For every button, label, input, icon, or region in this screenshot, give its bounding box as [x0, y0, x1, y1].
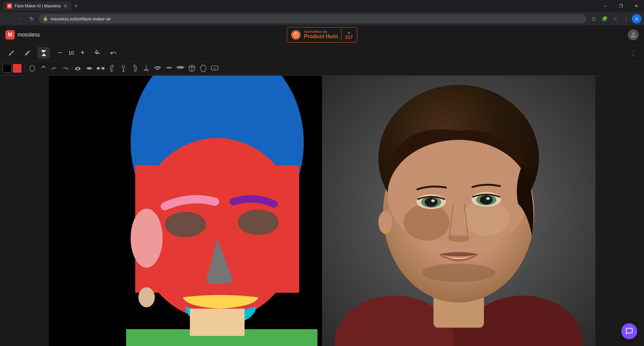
user-avatar[interactable]	[628, 29, 639, 40]
close-btn[interactable]: ✕	[629, 0, 644, 12]
lock-icon: 🔒	[43, 16, 48, 21]
new-tab-btn[interactable]: +	[73, 3, 79, 10]
minimize-btn[interactable]: –	[598, 0, 613, 12]
svg-point-44	[383, 229, 388, 234]
active-tab[interactable]: M Face Maker AI | Massless ✕	[3, 1, 71, 11]
more-options-btn[interactable]: ⋮	[621, 14, 631, 23]
canvas-container	[49, 76, 595, 346]
browser-chrome: M Face Maker AI | Massless ✕ + – ❐ ✕ ← →…	[0, 0, 644, 25]
tab-title: Face Maker AI | Massless	[15, 4, 61, 8]
right-panel	[595, 76, 644, 346]
photo-canvas	[322, 76, 595, 346]
window-controls: – ❐ ✕	[598, 0, 644, 12]
reload-btn[interactable]: ↻	[27, 14, 36, 23]
brush-tool-btn[interactable]	[5, 47, 17, 59]
portrait-svg	[322, 76, 595, 346]
black-color-swatch[interactable]	[3, 64, 11, 73]
nose-btn[interactable]	[141, 63, 151, 73]
svg-point-22	[139, 287, 155, 307]
eye-open-btn[interactable]	[73, 63, 83, 73]
svg-point-7	[122, 66, 125, 68]
ph-divider	[341, 29, 341, 40]
brush-size-value: 10	[67, 50, 75, 56]
hair-shape-btn[interactable]	[39, 63, 49, 73]
svg-point-32	[404, 204, 449, 240]
logo-icon: M	[5, 30, 15, 40]
svg-point-45	[422, 264, 495, 282]
increase-size-btn[interactable]: +	[78, 48, 87, 58]
ph-count-value: 217	[345, 34, 353, 40]
line-tool-btn[interactable]	[38, 47, 50, 59]
ph-vote-count: ▲ 217	[345, 30, 353, 40]
ear-left-btn[interactable]	[107, 63, 117, 73]
pen-tool-btn[interactable]	[21, 47, 34, 59]
lips-open-btn[interactable]	[175, 63, 185, 73]
tab-favicon: M	[7, 3, 12, 9]
ph-featured-label: FEATURED ON	[304, 30, 338, 33]
ph-name: Product Hunt	[304, 33, 338, 40]
back-btn[interactable]: ←	[3, 14, 12, 23]
svg-point-39	[480, 195, 492, 204]
cast-btn[interactable]: ⊡	[589, 14, 598, 23]
bookmark-btn[interactable]: ☆	[610, 14, 620, 23]
red-color-swatch[interactable]	[13, 64, 21, 73]
svg-point-42	[457, 235, 470, 241]
svg-point-17	[131, 209, 163, 268]
eyebrow-left-btn[interactable]	[50, 63, 60, 73]
profile-btn[interactable]: A	[632, 14, 641, 23]
ear-right-btn[interactable]	[130, 63, 140, 73]
fill-tool-btn[interactable]	[91, 47, 103, 59]
bar-right-indicator: ···	[638, 66, 641, 71]
shape-divider	[24, 64, 24, 72]
ear-ring-btn[interactable]	[118, 63, 128, 73]
shape-bar: ···	[0, 61, 644, 76]
toolbar-right: ⋮	[628, 48, 639, 58]
eyes-both-btn[interactable]	[96, 63, 106, 73]
restore-btn[interactable]: ❐	[613, 0, 629, 12]
eye-closed-btn[interactable]	[84, 63, 94, 73]
svg-point-19	[238, 209, 279, 235]
left-panel	[0, 76, 49, 346]
eyebrow-right-btn[interactable]	[61, 63, 71, 73]
main-area	[0, 76, 644, 346]
browser-actions: ⊡ 🧩 ☆ ⋮ A	[589, 14, 641, 23]
face-drawing-svg	[49, 76, 322, 346]
lips-smile-btn[interactable]	[153, 63, 163, 73]
forward-btn[interactable]: →	[15, 14, 24, 23]
tab-bar: M Face Maker AI | Massless ✕ + – ❐ ✕	[0, 0, 644, 12]
extensions-btn[interactable]: 🧩	[600, 14, 609, 23]
logo-text: mossless	[17, 32, 40, 38]
logo-area: M mossless	[5, 30, 40, 40]
ph-text: FEATURED ON Product Hunt	[304, 30, 338, 40]
toolbar: − 10 + ⋮	[0, 44, 644, 61]
svg-point-3	[77, 68, 79, 70]
chat-button[interactable]	[621, 323, 637, 339]
svg-rect-21	[190, 309, 245, 336]
svg-point-4	[88, 67, 90, 69]
svg-point-36	[431, 199, 435, 202]
svg-point-5	[97, 67, 100, 70]
product-hunt-badge[interactable]: FEATURED ON Product Hunt ▲ 217	[287, 27, 357, 43]
lips-neutral-btn[interactable]	[164, 63, 174, 73]
app-header: M mossless FEATURED ON Product Hunt ▲ 21…	[0, 25, 644, 44]
drawing-canvas[interactable]	[49, 76, 322, 346]
head-oval-btn[interactable]	[198, 63, 208, 73]
face-outline-shape-btn[interactable]	[27, 63, 37, 73]
svg-point-40	[486, 197, 490, 200]
svg-point-18	[165, 212, 206, 237]
address-bar[interactable]: 🔒 massless.io/tool/face-maker-ai/	[39, 14, 586, 23]
face-cross-btn[interactable]	[187, 63, 197, 73]
url-text: massless.io/tool/face-maker-ai/	[51, 16, 111, 21]
svg-point-9	[123, 71, 124, 72]
tab-close-btn[interactable]: ✕	[63, 3, 67, 9]
ph-arrow-icon: ▲	[347, 30, 351, 34]
navigation-bar: ← → ↻ 🔒 massless.io/tool/face-maker-ai/ …	[0, 12, 644, 25]
brush-size-control: − 10 +	[55, 48, 87, 58]
ph-logo	[291, 30, 301, 40]
svg-point-35	[425, 198, 437, 207]
decrease-size-btn[interactable]: −	[55, 48, 64, 58]
more-menu-btn[interactable]: ⋮	[628, 48, 639, 58]
svg-point-6	[101, 67, 105, 70]
undo-btn[interactable]	[107, 47, 119, 59]
face-mask-btn[interactable]	[210, 63, 220, 73]
